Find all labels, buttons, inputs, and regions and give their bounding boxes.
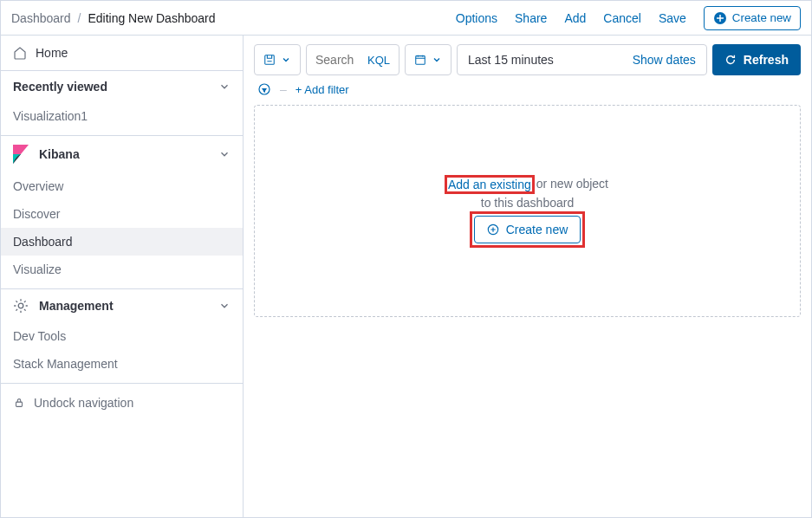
query-row: KQL Last 15 minutes Show dates Refresh (254, 44, 801, 75)
sidebar-item-visualize[interactable]: Visualize (1, 256, 243, 283)
svg-rect-2 (16, 402, 23, 406)
chevron-down-icon (218, 148, 231, 160)
time-range-box[interactable]: Last 15 minutes Show dates (457, 44, 707, 75)
time-range-label: Last 15 minutes (468, 53, 554, 67)
add-existing-link[interactable]: Add an existing (446, 177, 533, 192)
home-icon (13, 46, 27, 60)
breadcrumb-current: Editing New Dashboard (88, 11, 215, 25)
breadcrumb: Dashboard / Editing New Dashboard (11, 11, 215, 25)
plus-circle-icon (713, 11, 727, 25)
lock-icon (13, 397, 25, 409)
search-input[interactable] (315, 53, 361, 67)
main: Home Recently viewed Visualization1 Kiba… (1, 36, 811, 518)
calendar-icon (414, 54, 426, 66)
divider (1, 383, 243, 384)
chevron-down-icon (218, 81, 231, 93)
create-new-label: Create new (732, 11, 791, 24)
breadcrumb-root[interactable]: Dashboard (11, 11, 71, 25)
kibana-label: Kibana (39, 147, 80, 161)
recent-item-visualization1[interactable]: Visualization1 (1, 102, 243, 130)
svg-rect-4 (416, 56, 425, 65)
filter-divider: – (280, 82, 287, 96)
sidebar-item-stackmgmt[interactable]: Stack Management (1, 350, 243, 378)
management-header[interactable]: Management (1, 289, 243, 322)
add-filter-link[interactable]: + Add filter (296, 83, 349, 96)
home-label: Home (36, 46, 68, 60)
calendar-button[interactable] (405, 44, 451, 75)
cancel-link[interactable]: Cancel (603, 11, 641, 25)
create-new-highlight: Create new (471, 213, 584, 246)
saved-query-button[interactable] (254, 44, 301, 75)
content: KQL Last 15 minutes Show dates Refresh –… (244, 36, 811, 518)
sidebar: Home Recently viewed Visualization1 Kiba… (1, 36, 244, 518)
kibana-header[interactable]: Kibana (1, 136, 243, 172)
empty-dashboard-dropzone[interactable]: Add an existing or new object to this da… (254, 105, 801, 317)
search-box[interactable]: KQL (306, 44, 400, 75)
show-dates-link[interactable]: Show dates (633, 53, 696, 67)
plus-circle-icon (487, 223, 499, 236)
top-actions: Options Share Add Cancel Save Create new (456, 6, 801, 30)
dropzone-ornew: or new object (536, 177, 608, 192)
save-disk-icon (263, 54, 276, 66)
refresh-button[interactable]: Refresh (712, 44, 801, 75)
refresh-label: Refresh (744, 53, 789, 67)
create-new-panel-button[interactable]: Create new (474, 216, 581, 243)
recently-viewed-header[interactable]: Recently viewed (1, 71, 243, 102)
save-link[interactable]: Save (659, 11, 686, 25)
kibana-logo-icon (13, 145, 29, 164)
chevron-down-icon (432, 55, 442, 65)
sidebar-item-devtools[interactable]: Dev Tools (1, 322, 243, 350)
gear-icon (13, 298, 29, 314)
dropzone-line2: to this dashboard (481, 196, 574, 210)
management-label: Management (39, 299, 114, 313)
share-link[interactable]: Share (515, 11, 547, 25)
breadcrumb-separator: / (78, 11, 81, 25)
sidebar-item-discover[interactable]: Discover (1, 200, 243, 228)
sidebar-item-dashboard[interactable]: Dashboard (1, 228, 243, 256)
filter-row: – + Add filter (254, 75, 801, 105)
kql-toggle[interactable]: KQL (367, 54, 390, 67)
options-link[interactable]: Options (456, 11, 497, 25)
svg-point-1 (18, 303, 23, 308)
recently-viewed-label: Recently viewed (13, 80, 107, 94)
sidebar-home[interactable]: Home (1, 36, 243, 71)
svg-rect-3 (265, 55, 275, 65)
topbar: Dashboard / Editing New Dashboard Option… (1, 1, 811, 36)
chevron-down-icon (281, 55, 291, 65)
sidebar-item-overview[interactable]: Overview (1, 172, 243, 200)
create-new-button[interactable]: Create new (704, 6, 801, 30)
filter-icon[interactable] (257, 82, 271, 96)
refresh-icon (724, 54, 737, 66)
add-link[interactable]: Add (564, 11, 586, 25)
create-new-panel-label: Create new (506, 223, 568, 236)
undock-label: Undock navigation (34, 396, 133, 410)
chevron-down-icon (218, 300, 231, 312)
undock-navigation[interactable]: Undock navigation (1, 387, 243, 418)
dropzone-line1: Add an existing or new object (446, 177, 608, 192)
